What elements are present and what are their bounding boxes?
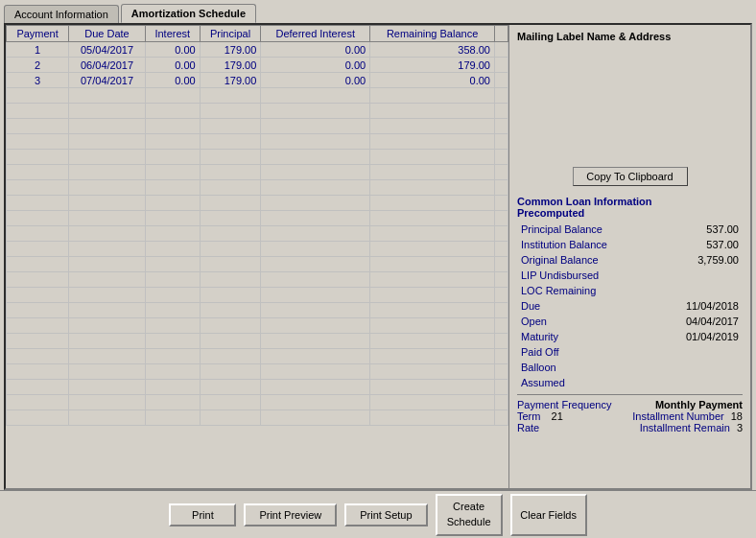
table-row-empty bbox=[7, 288, 508, 303]
table-row-empty bbox=[7, 257, 508, 272]
table-row: 1 05/04/2017 0.00 179.00 0.00 358.00 bbox=[7, 42, 508, 58]
table-row-empty bbox=[7, 165, 508, 180]
col-extra bbox=[495, 26, 508, 42]
loan-info-row: Paid Off bbox=[519, 345, 741, 359]
rate-label: Rate bbox=[517, 422, 539, 433]
tab-bar: Account Information Amortization Schedul… bbox=[0, 0, 756, 23]
term-value: 21 bbox=[552, 410, 563, 422]
table-row-empty bbox=[7, 272, 508, 288]
loan-info-row: Balloon bbox=[519, 361, 741, 374]
term-label: Term bbox=[517, 410, 540, 422]
left-panel: Payment Due Date Interest Principal Defe… bbox=[6, 25, 509, 488]
right-panel: Mailing Label Name & Address Copy To Cli… bbox=[509, 25, 750, 488]
installment-remain-label: Installment Remain bbox=[640, 422, 730, 433]
installment-number-block: Installment Number 18 bbox=[632, 410, 743, 422]
payment-frequency-label: Payment Frequency bbox=[517, 399, 623, 410]
table-row-empty bbox=[7, 104, 508, 119]
print-button[interactable]: Print bbox=[169, 503, 236, 526]
tab-account-information[interactable]: Account Information bbox=[4, 5, 119, 23]
monthly-payment-label: Monthly Payment bbox=[655, 399, 743, 410]
col-principal: Principal bbox=[200, 26, 261, 42]
payment-freq-row: Payment Frequency Monthly Payment bbox=[517, 399, 743, 410]
table-row-empty bbox=[7, 150, 508, 165]
loan-info-row: Maturity 01/04/2019 bbox=[519, 330, 741, 343]
loan-info-row: Open 04/04/2017 bbox=[519, 315, 741, 328]
window: Account Information Amortization Schedul… bbox=[0, 0, 756, 538]
table-row-empty bbox=[7, 380, 508, 395]
table-row-empty bbox=[7, 410, 508, 426]
loan-info-row: Principal Balance 537.00 bbox=[519, 222, 741, 236]
copy-clipboard-button[interactable]: Copy To Clipboard bbox=[573, 167, 688, 186]
loan-info-row: LOC Remaining bbox=[519, 284, 741, 297]
schedule-table: Payment Due Date Interest Principal Defe… bbox=[6, 25, 508, 426]
table-row-empty bbox=[7, 119, 508, 134]
table-row-empty bbox=[7, 88, 508, 104]
table-row-empty bbox=[7, 303, 508, 318]
clear-fields-button[interactable]: Clear Fields bbox=[510, 494, 587, 536]
table-row-empty bbox=[7, 242, 508, 257]
tab-amortization-schedule[interactable]: Amortization Schedule bbox=[121, 4, 256, 23]
term-block: Term 21 bbox=[517, 410, 563, 422]
mailing-area bbox=[517, 46, 743, 161]
common-loan-header: Common Loan Information Precomputed bbox=[517, 196, 743, 219]
table-row-empty bbox=[7, 211, 508, 226]
col-remaining-balance: Remaining Balance bbox=[370, 26, 495, 42]
table-row: 2 06/04/2017 0.00 179.00 0.00 179.00 bbox=[7, 58, 508, 73]
loan-info-row: LIP Undisbursed bbox=[519, 269, 741, 282]
table-row-empty bbox=[7, 334, 508, 349]
table-row-empty bbox=[7, 349, 508, 364]
loan-info-row: Institution Balance 537.00 bbox=[519, 238, 741, 251]
table-row-empty bbox=[7, 395, 508, 410]
table-row-empty bbox=[7, 364, 508, 380]
col-due-date: Due Date bbox=[69, 26, 146, 42]
table-row-empty bbox=[7, 180, 508, 196]
col-interest: Interest bbox=[145, 26, 200, 42]
table-row-empty bbox=[7, 196, 508, 211]
installment-number-value: 18 bbox=[731, 410, 743, 422]
loan-info-row: Original Balance 3,759.00 bbox=[519, 253, 741, 267]
table-row-empty bbox=[7, 318, 508, 334]
print-setup-button[interactable]: Print Setup bbox=[344, 503, 427, 526]
print-preview-button[interactable]: Print Preview bbox=[244, 503, 337, 526]
mailing-label-title: Mailing Label Name & Address bbox=[517, 31, 743, 42]
installment-remain-block: Installment Remain 3 bbox=[640, 422, 743, 433]
col-deferred-interest: Deferred Interest bbox=[261, 26, 370, 42]
rate-block: Rate bbox=[517, 422, 539, 433]
installment-remain-value: 3 bbox=[737, 422, 743, 433]
common-loan-section: Common Loan Information Precomputed Prin… bbox=[517, 196, 743, 433]
loan-info-row: Due 11/04/2018 bbox=[519, 299, 741, 313]
term-rate-section: Term 21 Installment Number 18 bbox=[517, 410, 743, 422]
table-row-empty bbox=[7, 134, 508, 150]
create-schedule-button[interactable]: Create Schedule bbox=[436, 494, 503, 536]
main-content: Payment Due Date Interest Principal Defe… bbox=[4, 23, 752, 490]
table-row: 3 07/04/2017 0.00 179.00 0.00 0.00 bbox=[7, 73, 508, 88]
rate-remain-section: Rate Installment Remain 3 bbox=[517, 422, 743, 433]
loan-info-table: Principal Balance 537.00 Institution Bal… bbox=[517, 221, 743, 391]
table-row-empty bbox=[7, 226, 508, 242]
col-payment: Payment bbox=[7, 26, 69, 42]
installment-number-label: Installment Number bbox=[632, 410, 723, 422]
loan-info-row: Assumed bbox=[519, 376, 741, 389]
bottom-bar: Print Print Preview Print Setup Create S… bbox=[0, 490, 756, 538]
